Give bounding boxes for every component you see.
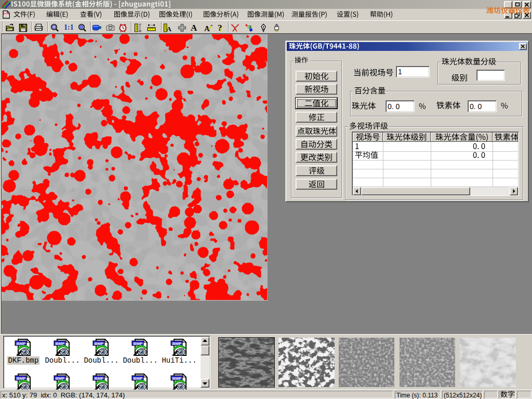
svg-text:A: A: [167, 25, 172, 32]
svg-text:1: 1: [245, 24, 247, 28]
svg-text:DOC: DOC: [3, 12, 9, 15]
svg-text:3: 3: [249, 25, 251, 29]
